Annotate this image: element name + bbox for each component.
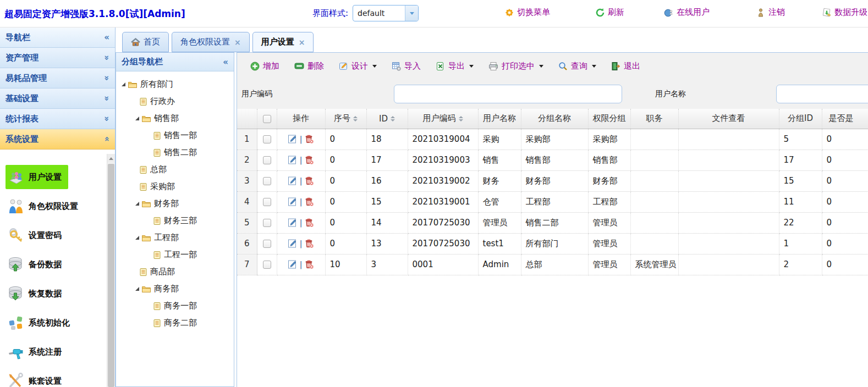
expand-triangle-icon[interactable] [135,117,139,120]
style-select[interactable]: default [353,5,419,21]
scrollbar-thumb[interactable] [108,164,114,387]
tree-node[interactable]: 商务部 [116,280,234,297]
tree-node[interactable]: 销售部 [116,110,234,127]
topmenu-item[interactable]: 注销 [756,7,785,18]
tree-node[interactable]: 商务二部 [116,314,234,331]
chevron-down-icon[interactable] [592,65,596,68]
edit-icon[interactable] [287,259,298,270]
expand-triangle-icon[interactable] [135,202,139,206]
chevron-double-down-icon[interactable]: » [102,116,112,121]
sort-arrows-icon[interactable] [459,116,463,121]
edit-icon[interactable] [287,134,298,145]
tree-node[interactable]: 工程部 [116,229,234,246]
sidebar-item[interactable]: 系统初始化 [6,311,76,335]
chevron-down-icon[interactable] [405,5,418,21]
topmenu-item[interactable]: 数据升级 [822,7,867,18]
tree-node[interactable]: 销售一部 [116,127,234,144]
toolbar-button[interactable]: 打印选中 [488,61,543,71]
column-header[interactable]: 序号 [325,109,366,129]
collapse-left-icon[interactable]: « [104,32,109,42]
table-row[interactable]: 3|01620210319002财务财务部财务部150 [237,170,868,191]
topmenu-item[interactable]: 切换菜单 [504,7,550,18]
tree-node[interactable]: 商品部 [116,263,234,280]
tab[interactable]: 角色权限设置× [172,32,250,52]
trash-icon[interactable] [304,196,315,207]
tree-node[interactable]: 总部 [116,161,234,178]
topmenu-item[interactable]: 刷新 [595,7,624,18]
expand-triangle-icon[interactable] [135,287,139,291]
tree-node[interactable]: 财务部 [116,195,234,212]
toolbar-button[interactable]: 设计 [339,61,377,71]
edit-icon[interactable] [287,217,298,228]
edit-icon[interactable] [287,175,298,186]
toolbar-button[interactable]: 导入 [392,61,421,71]
edit-icon[interactable] [287,154,298,165]
table-row[interactable]: 7|1030001Admin总部管理员系统管理员20 [237,254,868,275]
tab[interactable]: 用户设置× [252,32,314,52]
select-all-checkbox[interactable] [263,115,271,123]
sidebar-section[interactable]: 基础设置» [0,89,115,109]
collapse-left-icon[interactable]: « [223,57,228,67]
sidebar-item[interactable]: 备份数据 [6,252,68,277]
table-row[interactable]: 1|01820210319004采购采购部采购部50 [237,129,868,150]
table-row[interactable]: 6|01320170725030test1所有部门管理员10 [237,233,868,254]
sidebar-section[interactable]: 系统设置» [0,129,115,150]
trash-icon[interactable] [304,238,315,249]
tab[interactable]: 首页 [122,32,169,52]
sidebar-scrollbar[interactable] [107,154,115,387]
toolbar-button[interactable]: 增加 [250,61,279,71]
tree-node[interactable]: 行政办 [116,93,234,110]
chevron-double-down-icon[interactable]: » [102,75,112,81]
chevron-down-icon[interactable] [469,65,474,68]
column-header[interactable]: ID [366,109,408,129]
edit-icon[interactable] [287,196,298,207]
sidebar-header[interactable]: 导航栏 « [0,27,115,48]
sidebar-item[interactable]: 系统注册 [6,340,68,364]
toolbar-button[interactable]: 查询 [558,61,596,71]
user-name-input[interactable] [776,85,868,103]
row-checkbox[interactable] [263,240,271,248]
expand-triangle-icon[interactable] [122,82,125,86]
table-row[interactable]: 5|01420170725030管理员销售二部管理员220 [237,212,868,233]
sidebar-item[interactable]: 设置密码 [6,223,68,247]
scroll-up-icon[interactable] [107,154,115,163]
trash-icon[interactable] [304,175,315,186]
tree-node[interactable]: 采购部 [116,178,234,195]
sidebar-item[interactable]: 用户设置 [6,165,68,189]
chevron-double-up-icon[interactable]: » [102,136,112,142]
row-checkbox[interactable] [263,198,271,206]
chevron-down-icon[interactable] [539,65,543,68]
sort-arrows-icon[interactable] [353,116,358,121]
tree-node[interactable]: 工程一部 [116,246,234,263]
tree-node[interactable]: 所有部门 [116,76,234,93]
sidebar-section[interactable]: 易耗品管理» [0,68,115,89]
sidebar-item[interactable]: 账套设置 [6,369,68,387]
toolbar-button[interactable]: 导出 [436,61,474,71]
table-row[interactable]: 2|01720210319003销售销售部销售部170 [237,150,868,170]
sort-arrows-icon[interactable] [391,116,395,121]
trash-icon[interactable] [304,134,315,145]
chevron-double-down-icon[interactable]: » [102,96,112,101]
close-icon[interactable]: × [234,38,241,47]
row-checkbox[interactable] [263,177,271,185]
trash-icon[interactable] [304,259,315,270]
tree-node[interactable]: 财务三部 [116,212,234,229]
table-row[interactable]: 4|01520210319001仓管工程部工程部110 [237,191,868,212]
expand-triangle-icon[interactable] [135,236,139,240]
tree-node[interactable]: 销售二部 [116,144,234,161]
trash-icon[interactable] [304,154,315,165]
toolbar-button[interactable]: 删除 [294,61,324,71]
sidebar-section[interactable]: 统计报表» [0,109,115,129]
column-header[interactable]: 用户编码 [408,109,478,129]
chevron-down-icon[interactable] [372,65,377,68]
tree-node[interactable]: 商务一部 [116,297,234,314]
user-code-input[interactable] [394,85,622,103]
trash-icon[interactable] [304,217,315,228]
row-checkbox[interactable] [263,219,271,227]
sidebar-item[interactable]: 恢复数据 [6,281,68,306]
sidebar-section[interactable]: 资产管理» [0,48,115,68]
row-checkbox[interactable] [263,261,271,269]
edit-icon[interactable] [287,238,298,249]
close-icon[interactable]: × [299,38,305,47]
topmenu-item[interactable]: 在线用户 [664,7,710,18]
